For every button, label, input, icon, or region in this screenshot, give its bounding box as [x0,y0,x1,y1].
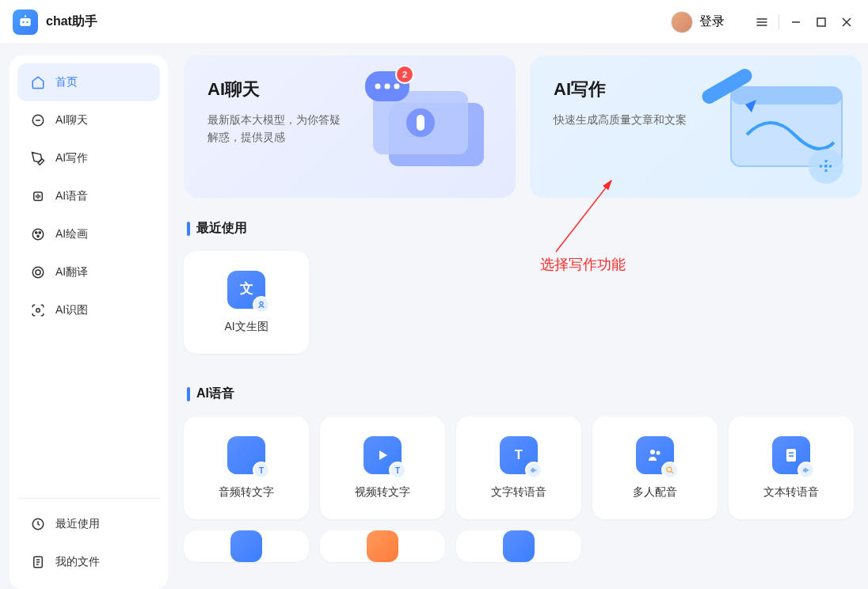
nav-label: 首页 [55,75,78,89]
tool-label: 文字转语音 [491,485,546,500]
svg-point-37 [657,451,661,455]
home-icon [30,74,46,90]
nav-recent[interactable]: 最近使用 [17,505,160,543]
hero-card-chat[interactable]: AI聊天 最新版本大模型，为你答疑解惑，提供灵感 2 [184,55,516,198]
video-icon: T [364,436,402,474]
svg-point-8 [36,232,37,234]
nav-recognize[interactable]: AI识图 [17,291,160,329]
svg-point-1 [22,21,25,23]
svg-point-36 [650,450,655,454]
svg-marker-34 [379,450,387,460]
tool-label: 文本转语音 [763,485,819,500]
svg-rect-27 [731,87,842,104]
partial-icon [230,530,262,562]
nav-label: AI识图 [55,303,88,317]
avatar-icon [671,11,693,33]
maximize-button[interactable] [813,13,830,31]
svg-point-22 [385,84,390,89]
section-voice-title: AI语音 [187,386,862,402]
svg-point-7 [32,229,44,240]
svg-text:文: 文 [239,280,253,296]
nav-home[interactable]: 首页 [17,63,160,101]
svg-point-38 [667,467,672,472]
tool-card-partial[interactable] [320,530,445,562]
app-logo [13,10,38,35]
titlebar: chat助手 登录 [0,0,868,44]
text-icon: T [500,436,538,474]
nav-label: 最近使用 [55,517,100,531]
nav-write[interactable]: AI写作 [17,139,160,177]
nav-label: AI聊天 [55,113,88,127]
svg-point-23 [394,84,400,89]
menu-button[interactable] [753,13,771,31]
nav-label: AI翻译 [55,265,88,279]
svg-line-31 [556,180,611,252]
main-content: AI聊天 最新版本大模型，为你答疑解惑，提供灵感 2 [168,44,868,589]
partial-icon [367,530,398,562]
nav-paint[interactable]: AI绘画 [17,215,160,253]
audio-icon: T [227,436,265,474]
translate-icon [30,264,46,280]
nav-chat[interactable]: AI聊天 [17,101,160,139]
section-recent-title: 最近使用 [187,220,862,237]
svg-rect-39 [786,449,796,462]
nav-label: 我的文件 [55,555,100,569]
tool-label: 多人配音 [633,485,677,500]
tool-label: 音频转文字 [219,485,274,500]
login-button[interactable]: 登录 [671,11,725,33]
tool-card-partial[interactable] [184,530,309,562]
tool-label: 视频转文字 [355,485,410,500]
svg-rect-19 [417,115,424,131]
nav-label: AI绘画 [55,227,88,241]
tool-card-multi-dub[interactable]: 多人配音 [592,416,718,519]
login-label: 登录 [699,13,725,30]
nav-label: AI语音 [55,189,88,203]
nav-voice[interactable]: AI语音 [17,177,160,215]
tool-card-video2text[interactable]: T 视频转文字 [320,416,445,519]
svg-text:2: 2 [402,70,407,79]
clock-icon [30,516,46,532]
svg-point-3 [25,15,27,17]
text2img-icon: 文 [227,271,265,309]
tool-card-text2speech[interactable]: T 文字转语音 [456,416,581,519]
tool-card-audio2text[interactable]: T 音频转文字 [184,416,309,519]
write-icon [30,150,46,166]
nav-files[interactable]: 我的文件 [17,543,160,581]
close-button[interactable] [838,13,855,31]
svg-point-21 [375,84,381,89]
svg-point-11 [32,267,44,278]
hero-chat-art: 2 [333,55,516,198]
tool-card-wenshengtu[interactable]: 文 AI文生图 [184,251,309,354]
hero-write-desc: 快速生成高质量文章和文案 [554,111,696,128]
scan-icon [30,302,46,318]
svg-text:T: T [515,448,523,462]
chat-icon [30,112,46,128]
nav-label: AI写作 [55,151,88,165]
people-icon [636,436,674,474]
tool-card-partial[interactable] [456,530,581,562]
svg-point-12 [36,270,40,275]
tool-label: AI文生图 [224,320,268,334]
doc-icon [772,436,810,474]
svg-point-13 [36,309,40,313]
svg-point-33 [260,302,263,305]
svg-rect-4 [817,18,825,26]
svg-rect-0 [20,18,30,26]
voice-icon [30,188,46,204]
file-icon [30,554,46,570]
minimize-button[interactable] [787,13,805,31]
svg-point-9 [39,232,40,234]
nav-translate[interactable]: AI翻译 [17,253,160,291]
sidebar: 首页 AI聊天 AI写作 AI语音 AI绘画 AI翻译 AI识图 [10,55,168,589]
hero-chat-desc: 最新版本大模型，为你答疑解惑，提供灵感 [207,111,350,146]
annotation-arrow [548,173,619,260]
svg-point-2 [26,21,29,23]
svg-point-10 [37,235,39,237]
tool-card-text2voice[interactable]: 文本转语音 [729,416,854,519]
app-title: chat助手 [46,13,97,30]
paint-icon [30,226,46,242]
hero-write-art [680,55,862,198]
partial-icon [503,530,535,562]
